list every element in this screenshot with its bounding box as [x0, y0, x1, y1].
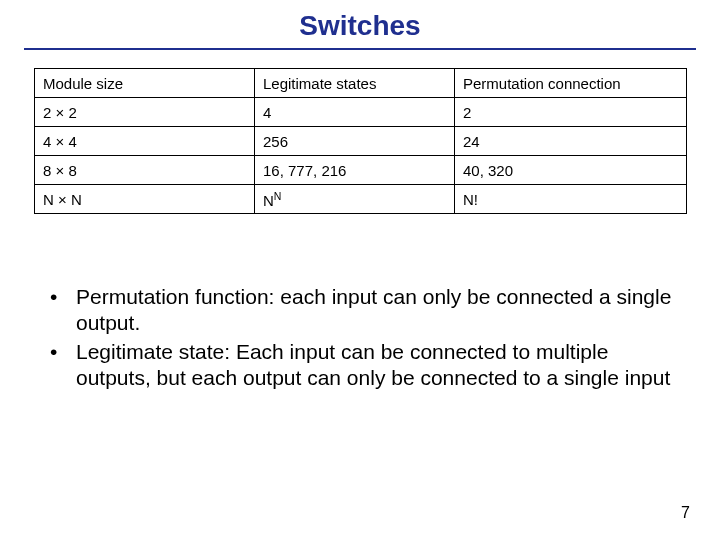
cell-perm-conn: 40, 320	[455, 156, 687, 185]
cell-legit-states: 256	[255, 127, 455, 156]
bullet-text: Legitimate state: Each input can be conn…	[76, 339, 680, 392]
cell-legit-states: NN	[255, 185, 455, 214]
header-legitimate-states: Legitimate states	[255, 69, 455, 98]
header-permutation-connection: Permutation connection	[455, 69, 687, 98]
cell-module-size: 2 × 2	[35, 98, 255, 127]
table-row: Module size Legitimate states Permutatio…	[35, 69, 687, 98]
table-row: 2 × 2 4 2	[35, 98, 687, 127]
list-item: • Permutation function: each input can o…	[50, 284, 680, 337]
bullet-text: Permutation function: each input can onl…	[76, 284, 680, 337]
table-row: 8 × 8 16, 777, 216 40, 320	[35, 156, 687, 185]
cell-module-size: N × N	[35, 185, 255, 214]
cell-legit-states: 16, 777, 216	[255, 156, 455, 185]
table-row: N × N NN N!	[35, 185, 687, 214]
list-item: • Legitimate state: Each input can be co…	[50, 339, 680, 392]
page-title: Switches	[0, 0, 720, 48]
bullet-dot: •	[50, 339, 76, 392]
switches-table: Module size Legitimate states Permutatio…	[34, 68, 687, 214]
cell-module-size: 4 × 4	[35, 127, 255, 156]
cell-legit-states: 4	[255, 98, 455, 127]
cell-perm-conn: 2	[455, 98, 687, 127]
title-rule	[24, 48, 696, 50]
bullet-list: • Permutation function: each input can o…	[50, 284, 680, 391]
table-row: 4 × 4 256 24	[35, 127, 687, 156]
header-module-size: Module size	[35, 69, 255, 98]
cell-module-size: 8 × 8	[35, 156, 255, 185]
bullet-dot: •	[50, 284, 76, 337]
cell-perm-conn: 24	[455, 127, 687, 156]
nn-base: N	[263, 192, 274, 209]
page-number: 7	[681, 504, 690, 522]
nn-exp: N	[274, 190, 282, 202]
slide: Switches Module size Legitimate states P…	[0, 0, 720, 540]
cell-perm-conn: N!	[455, 185, 687, 214]
